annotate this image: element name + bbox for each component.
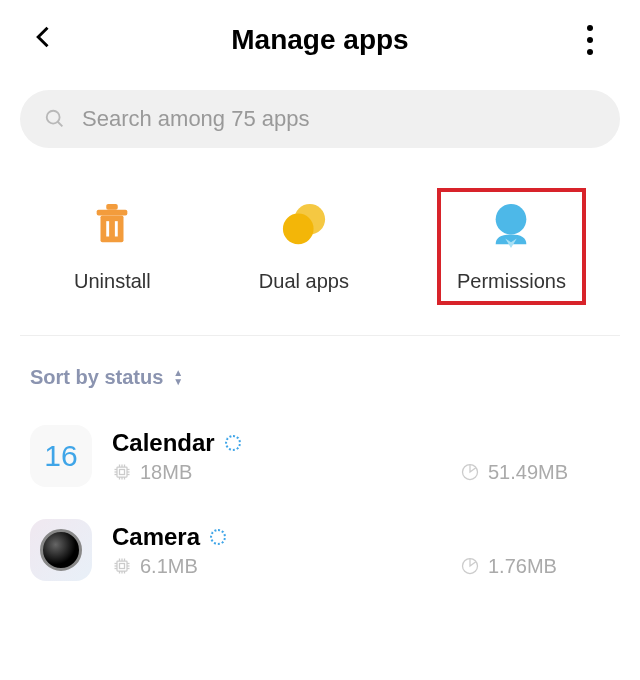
storage-size: 51.49MB xyxy=(460,461,610,484)
actions-row: Uninstall Dual apps Permissions xyxy=(0,158,640,335)
svg-rect-6 xyxy=(115,221,118,236)
storage-value: 1.76MB xyxy=(488,555,557,578)
app-row-calendar[interactable]: 16 Calendar 18MB xyxy=(20,409,620,503)
loading-icon xyxy=(225,435,241,451)
chip-icon xyxy=(112,462,132,482)
lens-icon xyxy=(40,529,82,571)
app-meta-row: 18MB 51.49MB xyxy=(112,461,610,484)
dot-icon xyxy=(587,25,593,31)
loading-icon xyxy=(210,529,226,545)
app-name: Calendar xyxy=(112,429,215,457)
app-name-row: Camera xyxy=(112,523,610,551)
svg-point-9 xyxy=(496,204,527,235)
app-size: 18MB xyxy=(112,461,192,484)
sort-label: Sort by status xyxy=(30,366,163,389)
app-name: Camera xyxy=(112,523,200,551)
dot-icon xyxy=(587,37,593,43)
app-list: 16 Calendar 18MB xyxy=(0,409,640,597)
svg-rect-12 xyxy=(120,470,125,475)
sort-button[interactable]: Sort by status ▲▼ xyxy=(0,336,640,409)
svg-rect-26 xyxy=(117,561,127,571)
app-meta-row: 6.1MB 1.76MB xyxy=(112,555,610,578)
app-row-camera[interactable]: Camera 6.1MB xyxy=(20,503,620,597)
sort-arrows-icon: ▲▼ xyxy=(173,369,183,386)
chip-icon xyxy=(112,556,132,576)
search-placeholder: Search among 75 apps xyxy=(82,106,310,132)
svg-rect-11 xyxy=(117,467,127,477)
dual-apps-action[interactable]: Dual apps xyxy=(239,188,369,305)
action-label: Permissions xyxy=(457,270,566,293)
svg-rect-4 xyxy=(107,204,119,210)
app-size-value: 18MB xyxy=(140,461,192,484)
more-menu-button[interactable] xyxy=(570,25,610,55)
search-input[interactable]: Search among 75 apps xyxy=(20,90,620,148)
svg-rect-2 xyxy=(101,215,124,242)
svg-point-8 xyxy=(283,214,314,245)
person-icon xyxy=(486,200,536,250)
app-info: Camera 6.1MB xyxy=(112,523,610,578)
storage-size: 1.76MB xyxy=(460,555,610,578)
header: Manage apps xyxy=(0,0,640,80)
svg-rect-27 xyxy=(120,564,125,569)
action-label: Dual apps xyxy=(259,270,349,293)
search-icon xyxy=(44,108,66,130)
storage-value: 51.49MB xyxy=(488,461,568,484)
app-name-row: Calendar xyxy=(112,429,610,457)
camera-app-icon xyxy=(30,519,92,581)
dot-icon xyxy=(587,49,593,55)
app-info: Calendar 18MB xyxy=(112,429,610,484)
calendar-app-icon: 16 xyxy=(30,425,92,487)
back-button[interactable] xyxy=(30,22,70,59)
page-title: Manage apps xyxy=(70,24,570,56)
app-size-value: 6.1MB xyxy=(140,555,198,578)
svg-rect-5 xyxy=(107,221,110,236)
svg-rect-3 xyxy=(97,210,128,216)
pie-icon xyxy=(460,462,480,482)
app-size: 6.1MB xyxy=(112,555,198,578)
chevron-left-icon xyxy=(30,23,58,51)
permissions-action[interactable]: Permissions xyxy=(437,188,586,305)
svg-line-1 xyxy=(58,122,63,127)
action-label: Uninstall xyxy=(74,270,151,293)
trash-icon xyxy=(87,200,137,250)
svg-point-0 xyxy=(47,111,60,124)
dual-circles-icon xyxy=(279,200,329,250)
pie-icon xyxy=(460,556,480,576)
uninstall-action[interactable]: Uninstall xyxy=(54,188,171,305)
